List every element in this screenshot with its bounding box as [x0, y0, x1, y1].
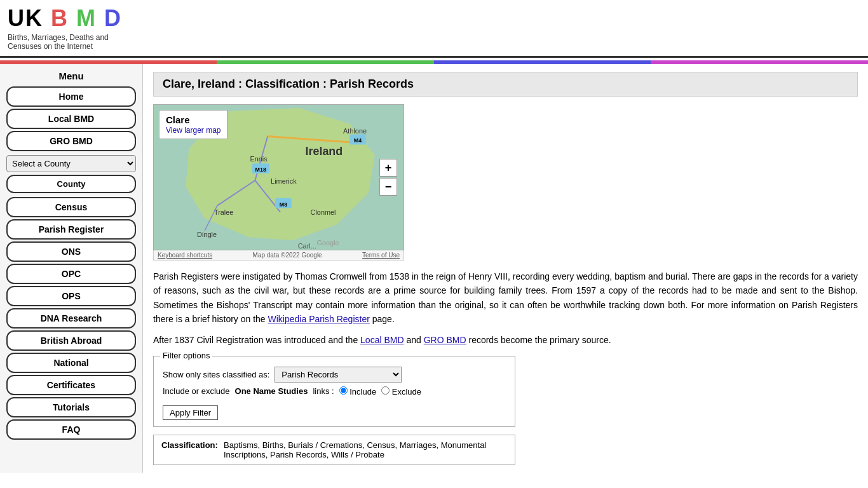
exclude-label: Exclude [381, 386, 421, 396]
logo-m: M [76, 5, 97, 31]
svg-text:Ennis: Ennis [250, 155, 268, 163]
gro-bmd-link[interactable]: GRO BMD [424, 335, 466, 345]
svg-text:Ireland: Ireland [306, 145, 342, 158]
map-place-name: Clare [166, 114, 220, 125]
sidebar-item-ops[interactable]: OPS [6, 286, 136, 306]
terms-link[interactable]: Terms of Use [362, 252, 400, 259]
map-data-text: Map data ©2022 Google [253, 252, 322, 259]
map-zoom-out[interactable]: − [379, 178, 397, 196]
svg-text:M4: M4 [354, 137, 362, 144]
map-zoom-in[interactable]: + [379, 159, 397, 177]
classification-box: Classification: Baptisms, Births, Burial… [153, 435, 515, 465]
map-zoom-controls: + − [379, 159, 397, 196]
sidebar-item-faq[interactable]: FAQ [6, 419, 136, 440]
local-bmd-link[interactable]: Local BMD [360, 335, 403, 345]
map-attribution: Keyboard shortcuts Map data ©2022 Google… [153, 250, 404, 261]
sidebar-item-dna-research[interactable]: DNA Research [6, 308, 136, 329]
main-content: Clare, Ireland : Classification : Parish… [143, 64, 868, 473]
svg-text:Carl...: Carl... [298, 242, 316, 250]
classification-label: Classification: [161, 440, 219, 459]
sidebar-item-tutorials[interactable]: Tutorials [6, 397, 136, 417]
show-only-select[interactable]: Parish RecordsBaptismsBurials / Crematio… [275, 367, 402, 383]
sidebar-item-certificates[interactable]: Certificates [6, 375, 136, 395]
county-button[interactable]: County [6, 175, 136, 193]
sidebar-item-opc[interactable]: OPC [6, 264, 136, 284]
wikipedia-link[interactable]: Wikipedia Parish Register [268, 314, 370, 324]
county-select-wrapper: Select a CountyAntrimArmaghCarlowCavanCl… [6, 155, 136, 193]
keyboard-shortcuts-link[interactable]: Keyboard shortcuts [158, 252, 212, 259]
svg-text:M8: M8 [280, 201, 287, 208]
filter-legend: Filter options [160, 351, 212, 360]
county-select[interactable]: Select a CountyAntrimArmaghCarlowCavanCl… [6, 155, 136, 172]
svg-text:Clonmel: Clonmel [311, 208, 336, 216]
include-radio[interactable] [339, 386, 348, 395]
sidebar-item-national[interactable]: National [6, 353, 136, 373]
map[interactable]: M4 M18 M8 Athlone Ennis Limerick Tralee … [153, 104, 404, 250]
page-title: Clare, Ireland : Classification : Parish… [153, 72, 858, 97]
logo-subtitle: Births, Marriages, Deaths and Censuses o… [8, 33, 860, 51]
filter-box: Filter options Show only sites classifie… [153, 356, 515, 427]
logo-b: B [51, 5, 69, 31]
map-info-box: Clare View larger map [159, 110, 227, 139]
sidebar-item-gro-bmd[interactable]: GRO BMD [6, 131, 136, 151]
svg-text:Athlone: Athlone [343, 127, 367, 135]
sidebar-title: Menu [6, 71, 136, 81]
svg-text:Dingle: Dingle [197, 231, 217, 238]
logo-uk: UK [8, 5, 43, 31]
apply-filter-button[interactable]: Apply Filter [163, 405, 218, 420]
include-label: Include [339, 386, 377, 396]
description: Parish Registers were instigated by Thom… [153, 269, 858, 347]
svg-text:Google: Google [316, 239, 339, 247]
sidebar-item-home[interactable]: Home [6, 86, 136, 107]
sidebar-item-ons[interactable]: ONS [6, 241, 136, 262]
view-larger-map-link[interactable]: View larger map [166, 126, 220, 135]
sidebar-item-local-bmd[interactable]: Local BMD [6, 109, 136, 129]
main-layout: Menu HomeLocal BMDGRO BMD Select a Count… [0, 64, 868, 473]
svg-text:Tralee: Tralee [214, 208, 233, 216]
sidebar-item-british-abroad[interactable]: British Abroad [6, 330, 136, 351]
svg-text:M18: M18 [255, 166, 266, 173]
sidebar-item-parish-register[interactable]: Parish Register [6, 219, 136, 240]
nav-buttons: HomeLocal BMDGRO BMD [6, 86, 136, 151]
logo: UK B M D [8, 5, 860, 32]
show-only-label: Show only sites classified as: [163, 370, 269, 379]
sidebar: Menu HomeLocal BMDGRO BMD Select a Count… [0, 64, 143, 473]
one-name-studies-label: One Name Studies [235, 386, 308, 396]
sidebar-item-census[interactable]: Census [6, 197, 136, 217]
header: UK B M D Births, Marriages, Deaths and C… [0, 0, 868, 58]
classification-values: Baptisms, Births, Burials / Cremations, … [224, 440, 507, 459]
filter-row-show: Show only sites classified as: Parish Re… [163, 367, 506, 383]
filter-row-one-name: Include or exclude One Name Studies link… [163, 386, 506, 396]
links-label: links : [313, 386, 334, 396]
map-container: M4 M18 M8 Athlone Ennis Limerick Tralee … [153, 104, 858, 261]
include-exclude-label: Include or exclude [163, 386, 230, 396]
svg-text:Limerick: Limerick [271, 177, 297, 185]
exclude-radio[interactable] [381, 386, 390, 395]
logo-d: D [104, 5, 122, 31]
